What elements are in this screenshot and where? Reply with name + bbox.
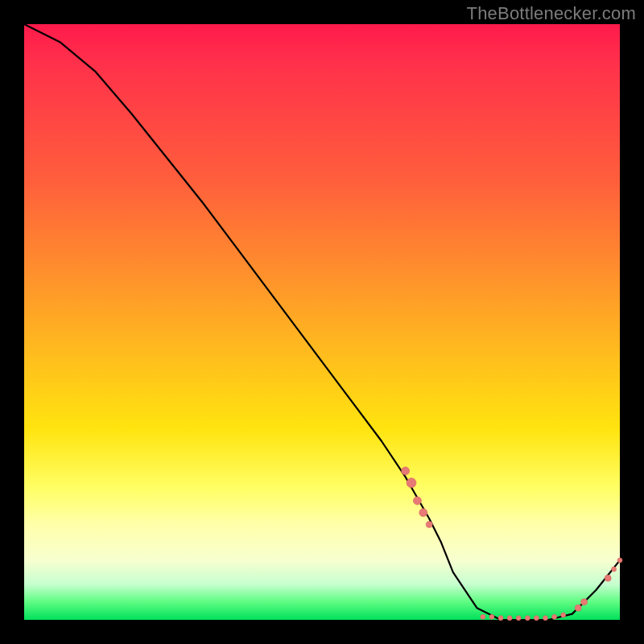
data-marker (498, 616, 503, 621)
data-marker (561, 613, 566, 617)
data-marker (507, 616, 512, 621)
bottleneck-curve (24, 24, 620, 620)
data-marker (419, 509, 427, 517)
data-marker (481, 614, 485, 619)
data-marker (543, 616, 548, 621)
data-marker (552, 614, 557, 619)
data-marker (525, 616, 530, 621)
attribution-label: TheBottlenecker.com (467, 3, 636, 24)
plot-area (24, 24, 620, 620)
data-marker (413, 497, 421, 505)
data-marker (489, 614, 494, 619)
chart-stage: TheBottlenecker.com (0, 0, 644, 644)
data-marker (581, 599, 588, 605)
data-marker (516, 616, 521, 621)
data-marker (605, 575, 611, 581)
data-marker (426, 522, 432, 528)
data-marker (407, 478, 416, 488)
data-marker (534, 616, 539, 621)
data-marker (617, 558, 622, 563)
data-marker (402, 467, 410, 475)
data-marker (575, 605, 581, 611)
data-marker (612, 567, 617, 572)
curve-layer (24, 24, 620, 620)
